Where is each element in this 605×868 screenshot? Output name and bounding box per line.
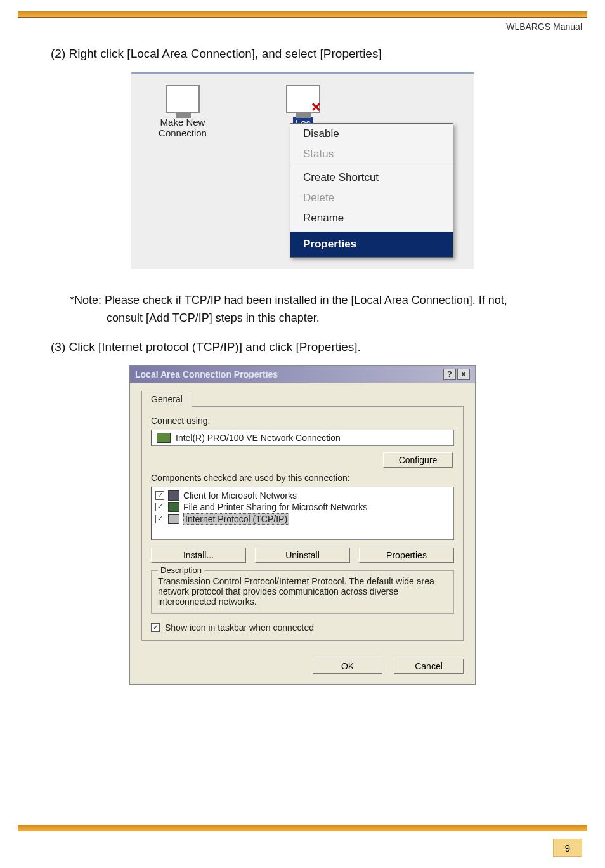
menu-item-create-shortcut[interactable]: Create Shortcut bbox=[290, 168, 453, 188]
context-menu: Disable Status Create Shortcut Delete Re… bbox=[290, 123, 453, 258]
note-text: *Note: Please check if TCP/IP had been i… bbox=[70, 292, 554, 327]
description-fieldset: Description Transmission Control Protoco… bbox=[151, 570, 454, 614]
manual-label: WLBARGS Manual bbox=[506, 22, 582, 32]
checkbox-icon[interactable]: ✓ bbox=[151, 623, 160, 632]
footer-bar bbox=[18, 825, 587, 831]
menu-item-status: Status bbox=[290, 144, 453, 164]
description-legend: Description bbox=[158, 565, 204, 575]
checkbox-icon[interactable]: ✓ bbox=[155, 491, 164, 500]
close-button[interactable]: × bbox=[457, 369, 470, 380]
checkbox-icon[interactable]: ✓ bbox=[155, 503, 164, 511]
menu-separator bbox=[290, 166, 453, 166]
install-button[interactable]: Install... bbox=[151, 548, 246, 563]
adapter-field: Intel(R) PRO/100 VE Network Connection bbox=[151, 430, 454, 446]
icon-label: Connection bbox=[148, 128, 218, 138]
component-client-ms-networks[interactable]: ✓ Client for Microsoft Networks bbox=[155, 490, 450, 501]
adapter-name: Intel(R) PRO/100 VE Network Connection bbox=[176, 433, 341, 443]
menu-item-delete: Delete bbox=[290, 188, 453, 208]
description-text: Transmission Control Protocol/Internet P… bbox=[158, 576, 447, 607]
step-3-text: (3) Click [Internet protocol (TCP/IP)] a… bbox=[51, 340, 554, 354]
uninstall-button[interactable]: Uninstall bbox=[255, 548, 350, 563]
component-tcpip[interactable]: ✓ Internet Protocol (TCP/IP) bbox=[155, 513, 450, 525]
show-icon-checkbox-row[interactable]: ✓ Show icon in taskbar when connected bbox=[151, 622, 454, 633]
nic-icon bbox=[157, 433, 171, 443]
properties-button[interactable]: Properties bbox=[359, 548, 454, 563]
header-bar bbox=[18, 11, 587, 18]
icon-label: Make New bbox=[148, 117, 218, 128]
step-2-text: (2) Right click [Local Area Connection],… bbox=[51, 47, 554, 61]
show-icon-label: Show icon in taskbar when connected bbox=[165, 622, 314, 633]
help-button[interactable]: ? bbox=[443, 369, 456, 380]
menu-separator bbox=[290, 230, 453, 230]
tab-panel-general: Connect using: Intel(R) PRO/100 VE Netwo… bbox=[141, 406, 464, 641]
components-label: Components checked are used by this conn… bbox=[151, 473, 454, 483]
dialog-title: Local Area Connection Properties bbox=[135, 369, 278, 379]
configure-button[interactable]: Configure bbox=[383, 452, 453, 468]
component-file-printer-sharing[interactable]: ✓ File and Printer Sharing for Microsoft… bbox=[155, 501, 450, 513]
page-number: 9 bbox=[553, 839, 582, 857]
checkbox-icon[interactable]: ✓ bbox=[155, 515, 164, 523]
screenshot-properties-dialog: Local Area Connection Properties ? × Gen… bbox=[129, 365, 476, 685]
disconnected-x-icon: ✕ bbox=[310, 103, 322, 114]
share-icon bbox=[168, 502, 179, 512]
protocol-icon bbox=[168, 514, 179, 524]
connect-using-label: Connect using: bbox=[151, 416, 454, 426]
tab-general[interactable]: General bbox=[141, 391, 192, 407]
menu-item-properties[interactable]: Properties bbox=[290, 232, 453, 257]
make-new-connection-icon[interactable]: Make New Connection bbox=[148, 85, 218, 141]
dialog-titlebar: Local Area Connection Properties ? × bbox=[130, 366, 475, 383]
ok-button[interactable]: OK bbox=[313, 659, 382, 674]
screenshot-context-menu: Make New Connection ✕ Loc Con Disable St… bbox=[131, 72, 474, 269]
menu-item-disable[interactable]: Disable bbox=[290, 124, 453, 144]
client-icon bbox=[168, 490, 179, 501]
menu-item-rename[interactable]: Rename bbox=[290, 208, 453, 228]
cancel-button[interactable]: Cancel bbox=[394, 659, 464, 674]
components-list: ✓ Client for Microsoft Networks ✓ File a… bbox=[151, 487, 454, 540]
